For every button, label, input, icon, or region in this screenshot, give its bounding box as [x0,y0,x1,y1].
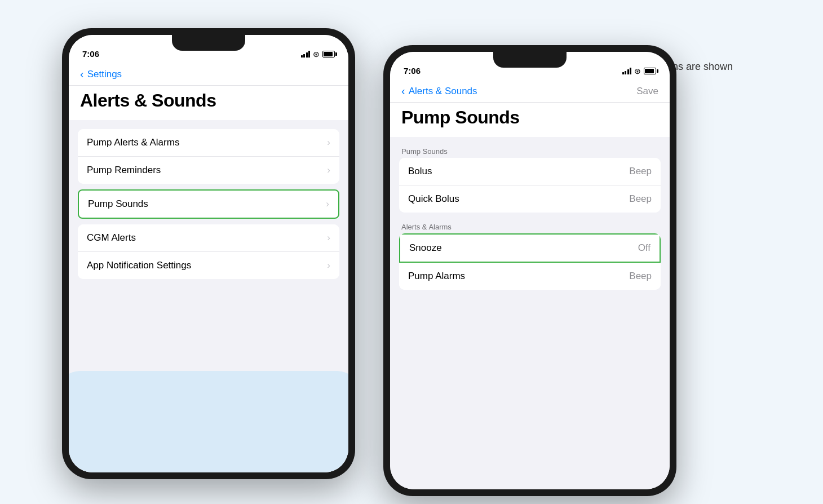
chevron-right-icon: › [326,198,329,210]
snooze-value: Off [638,242,651,254]
list-item-bolus[interactable]: Bolus Beep [399,158,661,185]
svg-text:👈: 👈 [771,400,796,424]
list-item-app-notifications[interactable]: App Notification Settings › [78,252,339,279]
bolus-label: Bolus [408,166,432,177]
back-chevron-icon: ‹ [80,68,84,81]
phone-2-navbar: ‹ Alerts & Sounds Save [390,79,670,103]
phone-2-save[interactable]: Save [636,86,658,97]
phone-2-time: 7:06 [404,66,421,76]
item-right: › [327,260,330,271]
phone-2-section-alerts: Alerts & Alarms Snooze Off Pump Alarms B… [390,219,670,290]
phone-1-notch [172,35,245,51]
phone-2-page-title: Pump Sounds [401,107,658,128]
phone-1-time: 7:06 [82,49,99,59]
phone-2-back[interactable]: ‹ Alerts & Sounds [401,85,477,98]
phone-2-back-label: Alerts & Sounds [409,86,477,97]
pump-alarms-value: Beep [629,271,652,282]
list-item-snooze[interactable]: Snooze Off [399,233,661,263]
phone-1-navbar: ‹ Settings [69,62,348,86]
phone-1-status-icons: ⊛ [301,50,335,59]
quick-bolus-label: Quick Bolus [408,193,459,205]
phone-2-battery [644,68,656,74]
list-item-cgm-alerts[interactable]: CGM Alerts › [78,224,339,252]
phone-2-title-area: Pump Sounds [390,103,670,137]
phone-1: 7:06 ⊛ ‹ [62,28,355,479]
phone-2: 7:06 ⊛ ‹ Alerts & Sounds [383,45,676,496]
svg-text:👉: 👉 [29,265,54,289]
phone-2-screen: 7:06 ⊛ ‹ Alerts & Sounds [390,52,670,489]
phone-1-bg-shape [69,371,348,472]
chevron-right-icon: › [327,137,330,148]
phone-1-screen: 7:06 ⊛ ‹ [69,35,348,472]
chevron-right-icon: › [327,232,330,244]
phone-1-menu: Pump Alerts & Alarms › Pump Reminders › [69,129,348,279]
left-icon: 👉 [29,264,54,293]
phone-1-battery [322,51,335,58]
phone-2-content: ‹ Alerts & Sounds Save Pump Sounds Pump … [390,79,670,489]
phone-1-back[interactable]: ‹ Settings [80,68,122,81]
phone-1-group-1: Pump Alerts & Alarms › Pump Reminders › [78,129,339,184]
item-right: › [326,198,329,210]
section-header-alerts: Alerts & Alarms [390,219,670,233]
phone-1-title-area: Alerts & Sounds [69,86,348,120]
chevron-right-icon: › [327,260,330,271]
item-right: › [327,137,330,148]
item-label: CGM Alerts [87,232,136,244]
phone-1-page-title: Alerts & Sounds [80,90,337,111]
item-label: Pump Sounds [88,198,148,210]
phone-1-content: ‹ Settings Alerts & Sounds Pump Alerts &… [69,62,348,472]
list-item-pump-alarms[interactable]: Pump Alarms Beep [399,263,661,290]
phone-1-signal [301,51,311,58]
item-label: App Notification Settings [87,260,191,271]
phone-2-alerts-list: Snooze Off Pump Alarms Beep [399,233,661,290]
pump-alarms-label: Pump Alarms [408,271,465,282]
item-right: › [327,232,330,244]
chevron-right-icon: › [327,165,330,176]
phone-1-back-label: Settings [87,69,122,80]
item-right: › [327,165,330,176]
phone-2-section-pump-sounds: Pump Sounds Bolus Beep Quick Bolus Beep [390,144,670,213]
phone-1-pump-sounds-wrapper: Pump Sounds › [78,189,339,219]
quick-bolus-value: Beep [629,193,652,205]
list-item-pump-sounds[interactable]: Pump Sounds › [78,189,339,219]
list-item-pump-reminders[interactable]: Pump Reminders › [78,157,339,184]
phone-2-status-icons: ⊛ [622,67,657,76]
right-icon: 👈 [771,399,796,428]
item-label: Pump Alerts & Alarms [87,137,179,148]
back-chevron-icon: ‹ [401,85,405,98]
phone-2-wifi-icon: ⊛ [634,67,641,76]
section-header-pump-sounds: Pump Sounds [390,144,670,158]
phone-2-signal [622,68,632,74]
bolus-value: Beep [629,166,652,177]
phone-1-group-2: CGM Alerts › App Notification Settings › [78,224,339,279]
list-item-pump-alerts[interactable]: Pump Alerts & Alarms › [78,129,339,157]
list-item-quick-bolus[interactable]: Quick Bolus Beep [399,185,661,213]
item-label: Pump Reminders [87,165,161,176]
snooze-label: Snooze [409,242,442,254]
phone-1-wifi-icon: ⊛ [313,50,320,59]
phone-2-notch [493,52,567,68]
phone-2-pump-sounds-list: Bolus Beep Quick Bolus Beep [399,158,661,213]
